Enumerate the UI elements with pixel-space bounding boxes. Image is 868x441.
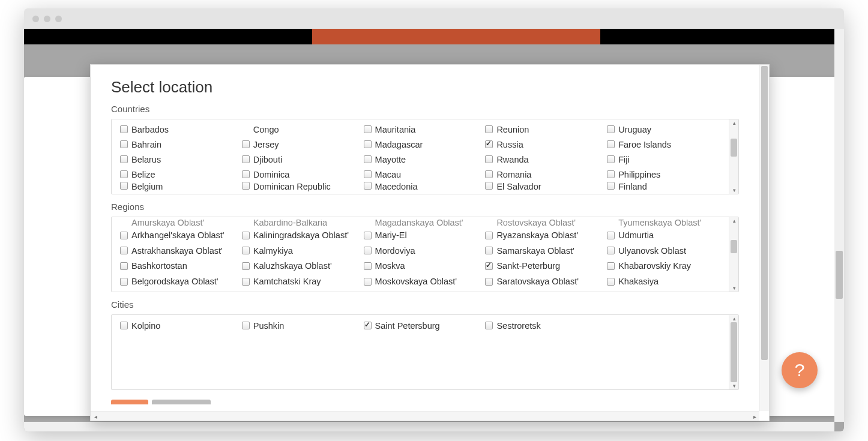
countries-item-congo[interactable]: Congo xyxy=(242,122,364,137)
regions-checkbox-moskovskaya-oblast[interactable] xyxy=(364,278,372,286)
regions-item-rostovskaya-oblast[interactable]: Rostovskaya Oblast' xyxy=(485,220,607,227)
cities-scroll-thumb[interactable] xyxy=(731,322,737,382)
cities-item-kolpino[interactable]: Kolpino xyxy=(120,317,242,334)
countries-item-reunion[interactable]: Reunion xyxy=(485,122,607,137)
countries-item-mayotte[interactable]: Mayotte xyxy=(364,152,486,167)
countries-checkbox-el-salvador[interactable] xyxy=(485,182,493,190)
regions-checkbox-samarskaya-oblast[interactable] xyxy=(485,247,493,254)
regions-item-amurskaya-oblast[interactable]: Amurskaya Oblast' xyxy=(120,220,242,227)
modal-scrollbar-vertical[interactable] xyxy=(759,65,769,411)
countries-item-jersey[interactable]: Jersey xyxy=(242,137,364,152)
regions-checkbox-arkhangel-skaya-oblast[interactable] xyxy=(120,232,128,239)
countries-checkbox-fiji[interactable] xyxy=(607,155,615,163)
countries-item-romania[interactable]: Romania xyxy=(485,167,607,182)
regions-item-khabarovskiy-kray[interactable]: Khabarovskiy Kray xyxy=(607,259,729,274)
regions-item-mordoviya[interactable]: Mordoviya xyxy=(364,243,486,259)
countries-checkbox-belize[interactable] xyxy=(120,170,128,178)
regions-item-udmurtia[interactable]: Udmurtia xyxy=(607,227,729,243)
regions-checkbox-khakasiya[interactable] xyxy=(607,278,615,286)
regions-checkbox-sankt-peterburg[interactable] xyxy=(485,262,493,270)
countries-checkbox-bahrain[interactable] xyxy=(120,140,128,148)
countries-checkbox-reunion[interactable] xyxy=(485,125,493,133)
regions-item-moskva[interactable]: Moskva xyxy=(364,259,486,274)
countries-checkbox-dominica[interactable] xyxy=(242,170,250,178)
regions-item-kalmykiya[interactable]: Kalmykiya xyxy=(242,243,364,259)
countries-item-dominican-republic[interactable]: Dominican Republic xyxy=(242,182,364,191)
cities-scrollbar[interactable]: ▴ ▾ xyxy=(729,315,738,389)
regions-checkbox-kamtchatski-kray[interactable] xyxy=(242,278,250,286)
countries-item-faroe-islands[interactable]: Faroe Islands xyxy=(607,137,729,152)
countries-item-fiji[interactable]: Fiji xyxy=(607,152,729,167)
regions-checkbox-saratovskaya-oblast[interactable] xyxy=(485,278,493,286)
regions-item-kaliningradskaya-oblast[interactable]: Kaliningradskaya Oblast' xyxy=(242,227,364,243)
scroll-left-icon[interactable]: ◂ xyxy=(91,412,100,421)
regions-item-arkhangel-skaya-oblast[interactable]: Arkhangel'skaya Oblast' xyxy=(120,227,242,243)
regions-checkbox-ulyanovsk-oblast[interactable] xyxy=(607,247,615,254)
help-fab[interactable]: ? xyxy=(782,352,818,388)
countries-checkbox-dominican-republic[interactable] xyxy=(242,182,250,190)
countries-checkbox-madagascar[interactable] xyxy=(364,140,372,148)
regions-checkbox-kaliningradskaya-oblast[interactable] xyxy=(242,232,250,239)
countries-item-el-salvador[interactable]: El Salvador xyxy=(485,182,607,191)
regions-checkbox-ryazanskaya-oblast[interactable] xyxy=(485,232,493,239)
countries-item-belize[interactable]: Belize xyxy=(120,167,242,182)
countries-checkbox-macau[interactable] xyxy=(364,170,372,178)
countries-item-russia[interactable]: Russia xyxy=(485,137,607,152)
countries-checkbox-barbados[interactable] xyxy=(120,125,128,133)
regions-checkbox-mariy-el[interactable] xyxy=(364,232,372,239)
regions-item-astrakhanskaya-oblast[interactable]: Astrakhanskaya Oblast' xyxy=(120,243,242,259)
regions-item-tyumenskaya-oblast[interactable]: Tyumenskaya Oblast' xyxy=(607,220,729,227)
regions-checkbox-astrakhanskaya-oblast[interactable] xyxy=(120,247,128,254)
regions-scroll-thumb[interactable] xyxy=(731,240,737,253)
modal-scrollbar-horizontal[interactable]: ◂ ▸ xyxy=(91,411,759,421)
countries-checkbox-belarus[interactable] xyxy=(120,155,128,163)
countries-item-bahrain[interactable]: Bahrain xyxy=(120,137,242,152)
countries-checkbox-faroe-islands[interactable] xyxy=(607,140,615,148)
modal-scroll-thumb[interactable] xyxy=(761,66,768,360)
scroll-right-icon[interactable]: ▸ xyxy=(750,412,759,421)
regions-listbox-inner[interactable]: Amurskaya Oblast'Arkhangel'skaya Oblast'… xyxy=(112,217,729,292)
countries-item-djibouti[interactable]: Djibouti xyxy=(242,152,364,167)
cities-listbox-inner[interactable]: KolpinoPushkinSaint PetersburgSestrorets… xyxy=(112,315,729,389)
scroll-down-icon[interactable]: ▾ xyxy=(729,382,739,389)
regions-item-khakasiya[interactable]: Khakasiya xyxy=(607,274,729,289)
primary-button[interactable] xyxy=(111,400,148,404)
countries-item-uruguay[interactable]: Uruguay xyxy=(607,122,729,137)
countries-checkbox-jersey[interactable] xyxy=(242,140,250,148)
cities-item-saint-petersburg[interactable]: Saint Petersburg xyxy=(364,317,486,334)
scroll-down-icon[interactable]: ▾ xyxy=(729,284,739,292)
countries-checkbox-macedonia[interactable] xyxy=(364,182,372,190)
cities-checkbox-kolpino[interactable] xyxy=(120,322,128,329)
scroll-up-icon[interactable]: ▴ xyxy=(729,119,739,127)
countries-item-rwanda[interactable]: Rwanda xyxy=(485,152,607,167)
countries-item-finland[interactable]: Finland xyxy=(607,182,729,191)
countries-checkbox-djibouti[interactable] xyxy=(242,155,250,163)
scroll-up-icon[interactable]: ▴ xyxy=(729,315,739,322)
regions-checkbox-bashkortostan[interactable] xyxy=(120,262,128,270)
regions-checkbox-kaluzhskaya-oblast[interactable] xyxy=(242,262,250,270)
countries-item-macau[interactable]: Macau xyxy=(364,167,486,182)
regions-item-belgorodskaya-oblast[interactable]: Belgorodskaya Oblast' xyxy=(120,274,242,289)
regions-scrollbar[interactable]: ▴ ▾ xyxy=(729,217,738,292)
countries-item-madagascar[interactable]: Madagascar xyxy=(364,137,486,152)
countries-checkbox-finland[interactable] xyxy=(607,182,615,190)
regions-item-samarskaya-oblast[interactable]: Samarskaya Oblast' xyxy=(485,243,607,259)
page-scrollbar-horizontal[interactable] xyxy=(24,422,834,431)
regions-checkbox-khabarovskiy-kray[interactable] xyxy=(607,262,615,270)
regions-item-bashkortostan[interactable]: Bashkortostan xyxy=(120,259,242,274)
window-zoom-dot[interactable] xyxy=(55,16,62,22)
countries-item-macedonia[interactable]: Macedonia xyxy=(364,182,486,191)
regions-item-kabardino-balkaria[interactable]: Kabardino-Balkaria xyxy=(242,220,364,227)
cities-checkbox-sestroretsk[interactable] xyxy=(485,322,493,329)
countries-item-belgium[interactable]: Belgium xyxy=(120,182,242,191)
cities-item-pushkin[interactable]: Pushkin xyxy=(242,317,364,334)
countries-item-dominica[interactable]: Dominica xyxy=(242,167,364,182)
countries-checkbox-uruguay[interactable] xyxy=(607,125,615,133)
regions-item-mariy-el[interactable]: Mariy-El xyxy=(364,227,486,243)
countries-checkbox-mayotte[interactable] xyxy=(364,155,372,163)
regions-checkbox-belgorodskaya-oblast[interactable] xyxy=(120,278,128,286)
countries-item-belarus[interactable]: Belarus xyxy=(120,152,242,167)
regions-item-moskovskaya-oblast[interactable]: Moskovskaya Oblast' xyxy=(364,274,486,289)
window-minimize-dot[interactable] xyxy=(44,16,50,22)
countries-item-philippines[interactable]: Philippines xyxy=(607,167,729,182)
